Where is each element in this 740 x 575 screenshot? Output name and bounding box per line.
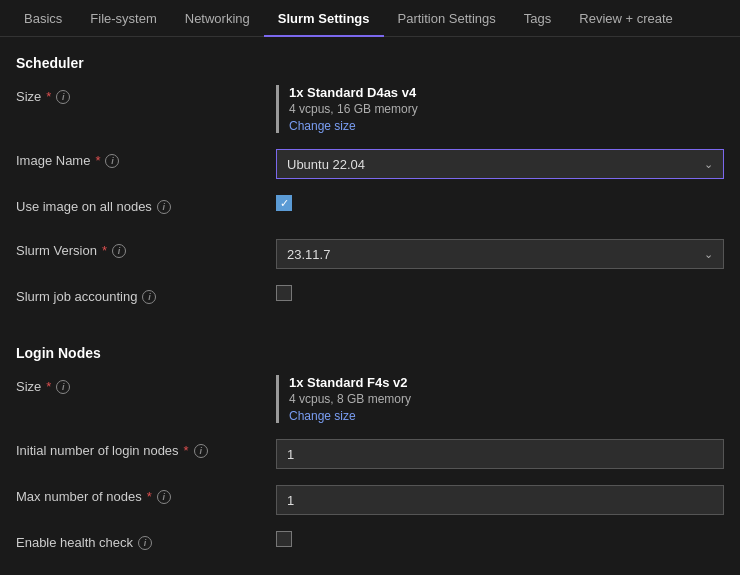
login-size-value: 1x Standard F4s v2 4 vcpus, 8 GB memory … (276, 375, 724, 423)
slurm-version-row: Slurm Version * i 23.11.7 ⌄ (16, 239, 724, 269)
slurm-version-value: 23.11.7 ⌄ (276, 239, 724, 269)
scheduler-size-detail: 4 vcpus, 16 GB memory (289, 102, 724, 116)
login-size-info-icon[interactable]: i (56, 380, 70, 394)
slurm-version-chevron-icon: ⌄ (704, 248, 713, 261)
scheduler-image-row: Image Name * i Ubuntu 22.04 ⌄ (16, 149, 724, 179)
slurm-version-dropdown-value: 23.11.7 (287, 247, 330, 262)
scheduler-size-value: 1x Standard D4as v4 4 vcpus, 16 GB memor… (276, 85, 724, 133)
health-check-label: Enable health check i (16, 531, 276, 550)
slurm-accounting-label: Slurm job accounting i (16, 285, 276, 304)
initial-nodes-label: Initial number of login nodes * i (16, 439, 276, 458)
scheduler-section-header: Scheduler (16, 55, 724, 71)
tab-networking[interactable]: Networking (171, 0, 264, 37)
tab-basics[interactable]: Basics (10, 0, 76, 37)
initial-nodes-required: * (184, 443, 189, 458)
login-size-required: * (46, 379, 51, 394)
tab-bar: Basics File-system Networking Slurm Sett… (0, 0, 740, 37)
use-image-label: Use image on all nodes i (16, 195, 276, 214)
slurm-version-label: Slurm Version * i (16, 239, 276, 258)
health-check-info-icon[interactable]: i (138, 536, 152, 550)
max-nodes-label: Max number of nodes * i (16, 485, 276, 504)
use-image-row: Use image on all nodes i (16, 195, 724, 223)
scheduler-size-label: Size * i (16, 85, 276, 104)
scheduler-size-required: * (46, 89, 51, 104)
main-content: Scheduler Size * i 1x Standard D4as v4 4… (0, 37, 740, 575)
health-check-value (276, 531, 724, 547)
scheduler-image-chevron-icon: ⌄ (704, 158, 713, 171)
tab-slurm-settings[interactable]: Slurm Settings (264, 0, 384, 37)
scheduler-size-row: Size * i 1x Standard D4as v4 4 vcpus, 16… (16, 85, 724, 133)
health-check-checkbox[interactable] (276, 531, 292, 547)
use-image-value (276, 195, 724, 211)
max-nodes-input[interactable] (276, 485, 724, 515)
scheduler-size-display: 1x Standard D4as v4 4 vcpus, 16 GB memor… (276, 85, 724, 133)
login-size-row: Size * i 1x Standard F4s v2 4 vcpus, 8 G… (16, 375, 724, 423)
scheduler-image-info-icon[interactable]: i (105, 154, 119, 168)
initial-nodes-value (276, 439, 724, 469)
tab-review-create[interactable]: Review + create (565, 0, 687, 37)
scheduler-image-dropdown-value: Ubuntu 22.04 (287, 157, 365, 172)
login-nodes-section-header: Login Nodes (16, 345, 724, 361)
max-nodes-value (276, 485, 724, 515)
tab-partition-settings[interactable]: Partition Settings (384, 0, 510, 37)
scheduler-image-label: Image Name * i (16, 149, 276, 168)
scheduler-change-size-link[interactable]: Change size (289, 119, 724, 133)
scheduler-image-value: Ubuntu 22.04 ⌄ (276, 149, 724, 179)
slurm-accounting-value (276, 285, 724, 301)
use-image-checkbox[interactable] (276, 195, 292, 211)
login-size-detail: 4 vcpus, 8 GB memory (289, 392, 724, 406)
slurm-version-required: * (102, 243, 107, 258)
login-size-display: 1x Standard F4s v2 4 vcpus, 8 GB memory … (276, 375, 724, 423)
initial-nodes-row: Initial number of login nodes * i (16, 439, 724, 469)
initial-nodes-input[interactable] (276, 439, 724, 469)
scheduler-size-info-icon[interactable]: i (56, 90, 70, 104)
max-nodes-row: Max number of nodes * i (16, 485, 724, 515)
login-change-size-link[interactable]: Change size (289, 409, 724, 423)
scheduler-size-name: 1x Standard D4as v4 (289, 85, 724, 100)
slurm-version-info-icon[interactable]: i (112, 244, 126, 258)
slurm-version-dropdown[interactable]: 23.11.7 ⌄ (276, 239, 724, 269)
slurm-accounting-info-icon[interactable]: i (142, 290, 156, 304)
max-nodes-required: * (147, 489, 152, 504)
scheduler-image-required: * (95, 153, 100, 168)
max-nodes-info-icon[interactable]: i (157, 490, 171, 504)
tab-tags[interactable]: Tags (510, 0, 565, 37)
slurm-accounting-row: Slurm job accounting i (16, 285, 724, 313)
use-image-info-icon[interactable]: i (157, 200, 171, 214)
scheduler-image-dropdown[interactable]: Ubuntu 22.04 ⌄ (276, 149, 724, 179)
health-check-row: Enable health check i (16, 531, 724, 559)
slurm-accounting-checkbox[interactable] (276, 285, 292, 301)
initial-nodes-info-icon[interactable]: i (194, 444, 208, 458)
login-size-name: 1x Standard F4s v2 (289, 375, 724, 390)
tab-filesystem[interactable]: File-system (76, 0, 170, 37)
login-size-label: Size * i (16, 375, 276, 394)
